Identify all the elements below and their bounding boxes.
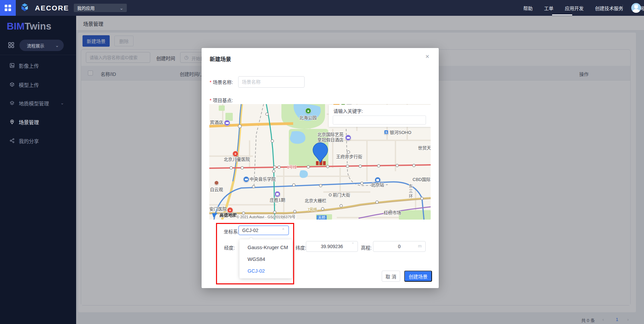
process-display-select[interactable]: 流程展示 ⌄ <box>19 40 64 51</box>
chevron-down-icon: ⌄ <box>55 44 59 47</box>
map-keyword-panel: 请输入关键字: <box>329 105 431 127</box>
coord-options-dropdown: Gauss-Kruger CM WGS84 GCJ-02 <box>239 239 292 278</box>
location-pin-icon <box>9 119 15 125</box>
shopping-icon <box>274 191 280 197</box>
keyword-label: 请输入关键字: <box>333 107 363 114</box>
map-label: 白云观 <box>210 187 223 192</box>
sidebar-item-model-upload[interactable]: 模型上传 <box>0 78 76 91</box>
map-label: 红桥市场 <box>384 211 401 215</box>
top-nav: 帮助 工单 应用开发 创建技术服务 官网 <box>523 0 644 16</box>
keyword-input[interactable] <box>333 115 426 125</box>
scene-name-input[interactable] <box>238 76 305 88</box>
soho-building-icon: S <box>384 130 388 134</box>
music-school-icon <box>243 176 249 182</box>
map-label: 中央音乐学院 <box>250 177 276 182</box>
chevron-down-icon: ⌄ <box>119 6 123 10</box>
map-label: 北海公园 <box>299 115 317 120</box>
screen: AECORE 我的应用 ⌄ 帮助 工单 应用开发 创建技术服务 官网 BIMTw… <box>0 0 644 324</box>
close-icon[interactable]: × <box>422 51 432 61</box>
base-point-map[interactable]: ♠ S + + 宾酒店 北海公园 北京国际艺苑 皇冠假日酒店 王府井步行街 银河… <box>209 104 431 220</box>
map-label: 皇冠假日酒店 <box>317 138 343 142</box>
map-label: CBD国际 <box>413 177 430 182</box>
hotel-icon <box>345 135 351 141</box>
coord-system-value: GCJ-02 <box>242 228 258 233</box>
altitude-field: m <box>373 241 426 252</box>
nav-help[interactable]: 帮助 <box>523 5 533 11</box>
nav-workorder[interactable]: 工单 <box>544 5 553 11</box>
coord-system-label: 坐标系: <box>224 228 239 235</box>
sidebar-item-image-upload[interactable]: 影像上传 <box>0 59 76 72</box>
map-label: 庄胜1期 <box>270 198 285 202</box>
altitude-label: 高程: <box>361 244 372 251</box>
process-row: 流程展示 ⌄ <box>0 40 76 51</box>
user-avatar[interactable] <box>631 3 641 13</box>
street-dot-icon <box>329 193 332 196</box>
map-label: 宾酒店 <box>210 120 223 125</box>
map-label: 王府井步行街 <box>336 154 362 159</box>
map-label: 前门大街 <box>333 193 350 197</box>
sidebar-divider <box>0 55 76 55</box>
image-upload-icon <box>9 62 15 68</box>
base-point-label: *项目基点: <box>210 97 233 103</box>
bimtwins-logo: BIMTwins <box>7 21 51 32</box>
option-gcj02[interactable]: GCJ-02 <box>239 265 292 277</box>
app-launcher-button[interactable] <box>0 0 16 16</box>
share-icon <box>9 138 15 144</box>
map-label-station-box: 天桥 <box>317 215 327 220</box>
map-copyright: © 2021 AutoNavi - GS(2019)6379号 <box>235 215 297 219</box>
map-label: 北京大栅栏 <box>305 198 326 203</box>
map-label: 北京儿童医院 <box>224 157 250 162</box>
nav-tech-service[interactable]: 创建技术服务 <box>595 5 623 11</box>
map-label: 北京站 <box>371 183 384 187</box>
map-label: 北京国际艺苑 <box>317 132 343 137</box>
latitude-input[interactable] <box>306 241 358 252</box>
model-upload-icon <box>9 82 15 88</box>
sidebar-item-scene-management[interactable]: 场景管理 <box>0 115 76 129</box>
hospital-cross-icon: + <box>232 151 238 157</box>
create-scene-button[interactable]: 创建场景 <box>404 271 432 282</box>
temple-icon <box>214 181 219 185</box>
nav-app-dev[interactable]: 应用开发 <box>565 5 584 11</box>
park-icon: ♠ <box>305 108 311 114</box>
product-name: AECORE <box>35 4 69 12</box>
new-scene-modal: 新建场景 × *场景名称: *项目基点: <box>202 48 439 288</box>
workspace-select[interactable]: 我的应用 ⌄ <box>74 4 127 12</box>
map-label: 世贸天阶 <box>418 146 431 150</box>
sidebar: BIMTwins 流程展示 ⌄ 影像上传 模型上传 <box>0 16 76 324</box>
dropdown-notch <box>249 237 253 242</box>
grid-icon <box>7 41 15 50</box>
map-label-metro-1: 1号线 <box>287 165 297 169</box>
required-mark: * <box>210 98 211 103</box>
latitude-field: ° <box>306 241 358 252</box>
longitude-label: 经度: <box>224 244 235 251</box>
cancel-button[interactable]: 取 消 <box>382 271 400 282</box>
option-wgs84[interactable]: WGS84 <box>239 253 292 265</box>
modal-title: 新建场景 <box>210 55 231 63</box>
topbar-divider <box>623 5 623 11</box>
amap-logo-text: 高德地图 <box>219 213 237 218</box>
layers-icon <box>9 100 15 106</box>
sidebar-item-geo-model[interactable]: 地质模型管理 ⌄ <box>0 96 76 110</box>
latitude-label: 纬度: <box>296 244 306 251</box>
coord-system-select[interactable]: GCJ-02 ⌃ <box>238 226 289 235</box>
map-label: 安门医院 <box>209 207 227 212</box>
chevron-down-icon: ⌄ <box>60 101 64 105</box>
top-bar: AECORE 我的应用 ⌄ 帮助 工单 应用开发 创建技术服务 官网 <box>0 0 644 16</box>
map-label: 东三环 <box>408 184 412 199</box>
map-label-metro-7: 7号线 <box>308 207 317 212</box>
hotel-icon <box>224 120 230 126</box>
option-gauss-kruger[interactable]: Gauss-Kruger CM <box>239 241 292 253</box>
aecore-logo-icon <box>19 3 30 14</box>
chevron-up-icon: ⌃ <box>281 229 285 232</box>
required-mark: * <box>210 80 211 85</box>
altitude-input[interactable] <box>373 241 426 252</box>
active-nav-underline <box>552 14 572 15</box>
map-label: 银河SOHO <box>390 130 411 135</box>
app-grid-icon <box>5 5 11 11</box>
sidebar-item-my-shares[interactable]: 我的分享 <box>0 134 76 147</box>
scene-name-label: *场景名称: <box>210 79 233 85</box>
workspace-select-value: 我的应用 <box>77 5 95 11</box>
